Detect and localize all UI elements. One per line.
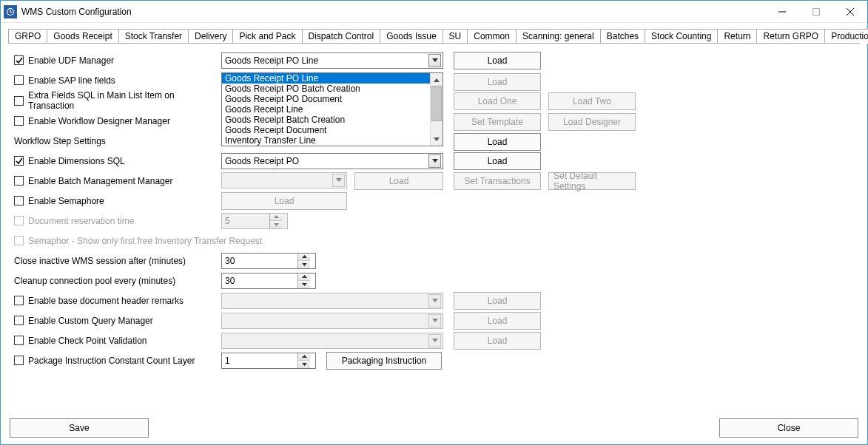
doc-reservation-label: Document reservation time [28,216,134,226]
checkpoint-combo[interactable] [221,333,443,349]
enable-udf-label: Enable UDF Manager [28,55,114,66]
batch-load-button[interactable]: Load [354,172,443,190]
tab-stock-counting[interactable]: Stock Counting [645,29,718,44]
sap-load-button[interactable]: Load [454,73,541,91]
doc-reservation-checkbox [14,216,24,225]
save-button[interactable]: Save [10,418,149,438]
maximize-button[interactable] [799,1,833,23]
packaging-instruction-button[interactable]: Packaging Instruction [326,352,442,370]
custom-query-combo[interactable] [221,313,443,329]
spinner-up-icon [270,214,282,222]
enable-sap-checkbox[interactable] [14,75,24,85]
enable-custom-query-label: Enable Custom Query Manager [28,316,153,326]
chevron-down-icon[interactable] [428,334,441,347]
enable-udf-checkbox[interactable] [14,55,24,65]
enable-checkpoint-checkbox[interactable] [14,336,24,345]
spinner-down-icon[interactable] [298,281,310,288]
sap-listbox[interactable]: Goods Receipt PO LineGoods Receipt PO Ba… [221,72,443,146]
udf-combo[interactable]: Goods Receipt PO Line [221,52,443,69]
close-window-button[interactable] [833,1,867,23]
workflow-step-label: Workflow Step Settings [14,136,106,146]
chevron-down-icon[interactable] [428,314,441,327]
set-default-settings-button[interactable]: Set Default Settings [548,172,636,190]
tab-grpo[interactable]: GRPO [8,29,47,44]
enable-semaphore-label: Enable Semaphore [28,196,104,206]
tab-common[interactable]: Common [467,29,517,44]
enable-workflow-checkbox[interactable] [14,116,24,126]
scroll-up-button[interactable] [431,73,443,86]
tab-production[interactable]: Production [824,29,868,44]
chevron-down-icon[interactable] [332,174,345,187]
spinner-down-icon [270,221,282,228]
checkpoint-load-button[interactable]: Load [454,332,541,350]
tab-return-grpo[interactable]: Return GRPO [756,29,825,44]
package-instruction-checkbox[interactable] [14,356,24,365]
spinner-down-icon[interactable] [298,261,310,268]
enable-semaphore-checkbox[interactable] [14,196,24,205]
close-button[interactable]: Close [719,418,858,438]
custom-query-load-button[interactable]: Load [454,312,541,330]
spinner-up-icon[interactable] [298,254,310,262]
tab-su[interactable]: SU [443,29,468,44]
enable-dimensions-checkbox[interactable] [14,156,24,166]
tab-delivery[interactable]: Delivery [188,29,233,44]
package-layer-spinner[interactable] [221,353,316,369]
spinner-down-icon[interactable] [298,361,310,368]
enable-batch-checkbox[interactable] [14,176,24,186]
semaphore-load-button[interactable]: Load [221,192,347,210]
load-designer-button[interactable]: Load Designer [548,113,636,131]
enable-checkpoint-label: Enable Check Point Validation [28,336,147,346]
scroll-thumb[interactable] [431,86,442,121]
set-template-button[interactable]: Set Template [454,113,541,131]
tab-bar: GRPOGoods ReceiptStock TransferDeliveryP… [1,23,867,44]
close-inactive-spinner[interactable] [221,253,316,269]
spinner-up-icon[interactable] [298,274,310,282]
list-item[interactable]: Goods Receipt PO Batch Creation [222,84,430,94]
window-title: WMS Custom Configuration [21,7,132,17]
load-one-button[interactable]: Load One [454,92,541,110]
close-inactive-label: Close inactive WMS session after (minute… [14,256,186,266]
list-item[interactable]: Inventory Transfer Line [222,135,430,146]
enable-workflow-label: Enable Workflow Designer Manager [28,116,170,126]
dimensions-combo[interactable]: Goods Receipt PO [221,153,443,169]
list-item[interactable]: Goods Receipt PO Line [222,73,430,84]
chevron-down-icon[interactable] [428,294,441,308]
enable-custom-query-checkbox[interactable] [14,316,24,325]
enable-base-doc-label: Enable base document header remarks [28,296,184,306]
semaphor-show-checkbox [14,236,24,245]
list-item[interactable]: Goods Receipt PO Document [222,94,430,104]
tab-goods-receipt[interactable]: Goods Receipt [47,29,118,44]
tab-stock-transfer[interactable]: Stock Transfer [118,29,189,44]
base-doc-combo[interactable] [221,293,443,309]
list-item[interactable]: Inventory Transfer Document [222,146,430,146]
base-doc-load-button[interactable]: Load [454,292,541,310]
tab-pick-and-pack[interactable]: Pick and Pack [232,29,302,44]
minimize-button[interactable] [765,1,799,23]
tab-return[interactable]: Return [717,29,757,44]
set-transactions-button[interactable]: Set Transactions [454,172,541,190]
chevron-down-icon[interactable] [428,154,441,168]
tab-dispatch-control[interactable]: Dispatch Control [302,29,381,44]
dimensions-load-button[interactable]: Load [454,152,541,170]
enable-base-doc-checkbox[interactable] [14,296,24,305]
workflow-load-button[interactable]: Load [454,133,541,151]
listbox-scrollbar[interactable] [430,73,443,146]
enable-batch-label: Enable Batch Management Manager [28,176,172,186]
load-two-button[interactable]: Load Two [548,92,636,110]
doc-reservation-spinner [221,213,288,229]
extra-fields-checkbox[interactable] [14,96,24,106]
udf-load-button[interactable]: Load [454,52,541,69]
tab-goods-issue[interactable]: Goods Issue [380,29,443,44]
batch-combo[interactable] [221,172,347,188]
chevron-down-icon[interactable] [428,54,441,67]
tab-scanning-general[interactable]: Scanning: general [516,29,601,44]
enable-sap-label: Enable SAP line fields [28,75,115,86]
spinner-up-icon[interactable] [298,353,310,361]
cleanup-pool-spinner[interactable] [221,273,316,289]
title-bar: WMS Custom Configuration [1,1,867,23]
scroll-down-button[interactable] [431,133,443,146]
list-item[interactable]: Goods Receipt Line [222,104,430,115]
list-item[interactable]: Goods Receipt Batch Creation [222,115,430,125]
tab-batches[interactable]: Batches [600,29,645,44]
list-item[interactable]: Goods Receipt Document [222,125,430,135]
